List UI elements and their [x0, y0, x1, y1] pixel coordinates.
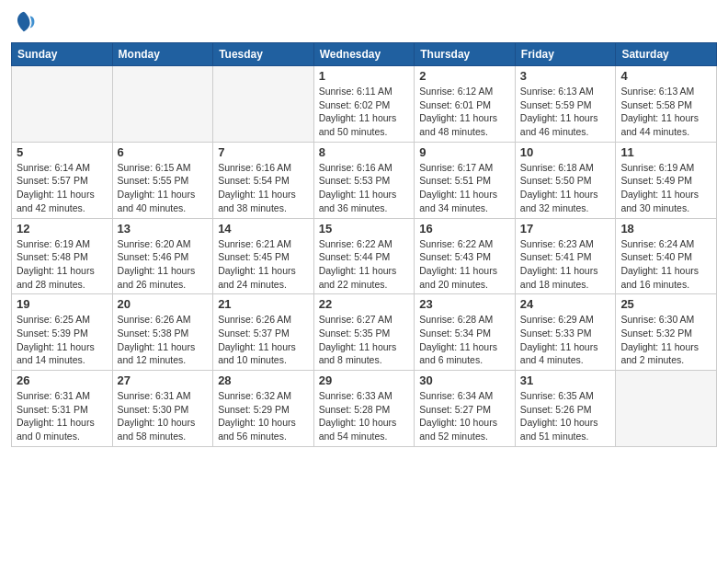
day-number: 15	[319, 222, 410, 236]
day-info: Sunrise: 6:22 AM Sunset: 5:43 PM Dayligh…	[419, 237, 510, 292]
day-number: 22	[319, 297, 410, 311]
day-number: 7	[218, 145, 309, 159]
calendar-cell: 9Sunrise: 6:17 AM Sunset: 5:51 PM Daylig…	[415, 142, 516, 218]
day-number: 31	[520, 373, 611, 387]
day-info: Sunrise: 6:33 AM Sunset: 5:28 PM Dayligh…	[319, 389, 410, 443]
day-number: 1	[319, 69, 410, 83]
day-info: Sunrise: 6:27 AM Sunset: 5:35 PM Dayligh…	[319, 313, 410, 367]
weekday-header-thursday: Thursday	[415, 43, 516, 66]
calendar-cell: 24Sunrise: 6:29 AM Sunset: 5:33 PM Dayli…	[515, 294, 616, 371]
day-number: 30	[419, 373, 510, 387]
day-info: Sunrise: 6:22 AM Sunset: 5:44 PM Dayligh…	[319, 237, 410, 292]
day-number: 23	[419, 297, 510, 311]
day-number: 26	[17, 373, 108, 387]
day-info: Sunrise: 6:23 AM Sunset: 5:41 PM Dayligh…	[520, 237, 611, 292]
weekday-header-saturday: Saturday	[616, 43, 717, 66]
day-info: Sunrise: 6:21 AM Sunset: 5:45 PM Dayligh…	[218, 237, 309, 292]
calendar-cell: 15Sunrise: 6:22 AM Sunset: 5:44 PM Dayli…	[313, 218, 415, 294]
calendar-cell: 14Sunrise: 6:21 AM Sunset: 5:45 PM Dayli…	[213, 218, 314, 294]
day-number: 3	[520, 69, 611, 83]
day-number: 20	[118, 297, 209, 311]
day-number: 24	[520, 297, 611, 311]
week-row-2: 5Sunrise: 6:14 AM Sunset: 5:57 PM Daylig…	[12, 142, 717, 218]
day-info: Sunrise: 6:28 AM Sunset: 5:34 PM Dayligh…	[419, 313, 510, 367]
day-info: Sunrise: 6:25 AM Sunset: 5:39 PM Dayligh…	[17, 313, 108, 367]
calendar-cell: 7Sunrise: 6:16 AM Sunset: 5:54 PM Daylig…	[213, 142, 314, 218]
calendar-cell: 19Sunrise: 6:25 AM Sunset: 5:39 PM Dayli…	[12, 294, 113, 371]
day-info: Sunrise: 6:17 AM Sunset: 5:51 PM Dayligh…	[419, 161, 510, 215]
day-info: Sunrise: 6:15 AM Sunset: 5:55 PM Dayligh…	[118, 161, 209, 215]
day-number: 29	[319, 373, 410, 387]
day-number: 11	[620, 145, 711, 159]
calendar-cell: 12Sunrise: 6:19 AM Sunset: 5:48 PM Dayli…	[12, 218, 113, 294]
calendar-cell: 31Sunrise: 6:35 AM Sunset: 5:26 PM Dayli…	[515, 371, 616, 447]
calendar-cell	[112, 66, 213, 143]
calendar-cell: 11Sunrise: 6:19 AM Sunset: 5:49 PM Dayli…	[616, 142, 717, 218]
calendar-cell: 25Sunrise: 6:30 AM Sunset: 5:32 PM Dayli…	[616, 294, 717, 371]
calendar-cell: 23Sunrise: 6:28 AM Sunset: 5:34 PM Dayli…	[415, 294, 516, 371]
header	[11, 9, 717, 35]
week-row-4: 19Sunrise: 6:25 AM Sunset: 5:39 PM Dayli…	[12, 294, 717, 371]
calendar-cell: 10Sunrise: 6:18 AM Sunset: 5:50 PM Dayli…	[515, 142, 616, 218]
day-number: 10	[520, 145, 611, 159]
day-number: 25	[620, 297, 711, 311]
day-number: 28	[218, 373, 309, 387]
day-number: 5	[17, 145, 108, 159]
day-number: 2	[419, 69, 510, 83]
day-info: Sunrise: 6:31 AM Sunset: 5:30 PM Dayligh…	[118, 389, 209, 443]
day-info: Sunrise: 6:26 AM Sunset: 5:38 PM Dayligh…	[118, 313, 209, 367]
logo	[11, 9, 40, 35]
week-row-5: 26Sunrise: 6:31 AM Sunset: 5:31 PM Dayli…	[12, 371, 717, 447]
calendar-cell: 27Sunrise: 6:31 AM Sunset: 5:30 PM Dayli…	[112, 371, 213, 447]
day-info: Sunrise: 6:13 AM Sunset: 5:59 PM Dayligh…	[520, 85, 611, 139]
calendar-cell: 29Sunrise: 6:33 AM Sunset: 5:28 PM Dayli…	[313, 371, 415, 447]
calendar-cell: 6Sunrise: 6:15 AM Sunset: 5:55 PM Daylig…	[112, 142, 213, 218]
calendar-table: SundayMondayTuesdayWednesdayThursdayFrid…	[11, 42, 717, 447]
page-container: SundayMondayTuesdayWednesdayThursdayFrid…	[0, 0, 728, 456]
day-info: Sunrise: 6:11 AM Sunset: 6:02 PM Dayligh…	[319, 85, 410, 139]
calendar-cell: 1Sunrise: 6:11 AM Sunset: 6:02 PM Daylig…	[313, 66, 415, 143]
day-info: Sunrise: 6:31 AM Sunset: 5:31 PM Dayligh…	[17, 389, 108, 443]
calendar-cell: 18Sunrise: 6:24 AM Sunset: 5:40 PM Dayli…	[616, 218, 717, 294]
day-number: 12	[17, 222, 108, 236]
calendar-cell: 22Sunrise: 6:27 AM Sunset: 5:35 PM Dayli…	[313, 294, 415, 371]
day-info: Sunrise: 6:12 AM Sunset: 6:01 PM Dayligh…	[419, 85, 510, 139]
day-number: 9	[419, 145, 510, 159]
day-info: Sunrise: 6:26 AM Sunset: 5:37 PM Dayligh…	[218, 313, 309, 367]
calendar-cell	[616, 371, 717, 447]
day-number: 13	[118, 222, 209, 236]
day-info: Sunrise: 6:19 AM Sunset: 5:48 PM Dayligh…	[17, 237, 108, 292]
day-info: Sunrise: 6:16 AM Sunset: 5:54 PM Dayligh…	[218, 161, 309, 215]
day-number: 18	[620, 222, 711, 236]
calendar-cell	[213, 66, 314, 143]
calendar-cell: 2Sunrise: 6:12 AM Sunset: 6:01 PM Daylig…	[415, 66, 516, 143]
calendar-cell: 21Sunrise: 6:26 AM Sunset: 5:37 PM Dayli…	[213, 294, 314, 371]
weekday-header-row: SundayMondayTuesdayWednesdayThursdayFrid…	[12, 43, 717, 66]
day-info: Sunrise: 6:18 AM Sunset: 5:50 PM Dayligh…	[520, 161, 611, 215]
week-row-1: 1Sunrise: 6:11 AM Sunset: 6:02 PM Daylig…	[12, 66, 717, 143]
day-info: Sunrise: 6:32 AM Sunset: 5:29 PM Dayligh…	[218, 389, 309, 443]
calendar-cell: 30Sunrise: 6:34 AM Sunset: 5:27 PM Dayli…	[415, 371, 516, 447]
day-number: 21	[218, 297, 309, 311]
day-info: Sunrise: 6:13 AM Sunset: 5:58 PM Dayligh…	[620, 85, 711, 139]
calendar-cell: 28Sunrise: 6:32 AM Sunset: 5:29 PM Dayli…	[213, 371, 314, 447]
day-number: 14	[218, 222, 309, 236]
weekday-header-wednesday: Wednesday	[313, 43, 415, 66]
weekday-header-sunday: Sunday	[12, 43, 113, 66]
calendar-cell: 16Sunrise: 6:22 AM Sunset: 5:43 PM Dayli…	[415, 218, 516, 294]
day-number: 16	[419, 222, 510, 236]
day-number: 19	[17, 297, 108, 311]
day-info: Sunrise: 6:35 AM Sunset: 5:26 PM Dayligh…	[520, 389, 611, 443]
day-info: Sunrise: 6:34 AM Sunset: 5:27 PM Dayligh…	[419, 389, 510, 443]
logo-icon	[11, 9, 37, 35]
day-number: 27	[118, 373, 209, 387]
day-info: Sunrise: 6:19 AM Sunset: 5:49 PM Dayligh…	[620, 161, 711, 215]
day-info: Sunrise: 6:14 AM Sunset: 5:57 PM Dayligh…	[17, 161, 108, 215]
day-info: Sunrise: 6:30 AM Sunset: 5:32 PM Dayligh…	[620, 313, 711, 367]
calendar-cell: 17Sunrise: 6:23 AM Sunset: 5:41 PM Dayli…	[515, 218, 616, 294]
day-number: 17	[520, 222, 611, 236]
calendar-cell: 13Sunrise: 6:20 AM Sunset: 5:46 PM Dayli…	[112, 218, 213, 294]
day-number: 4	[620, 69, 711, 83]
day-info: Sunrise: 6:20 AM Sunset: 5:46 PM Dayligh…	[118, 237, 209, 292]
calendar-cell: 8Sunrise: 6:16 AM Sunset: 5:53 PM Daylig…	[313, 142, 415, 218]
